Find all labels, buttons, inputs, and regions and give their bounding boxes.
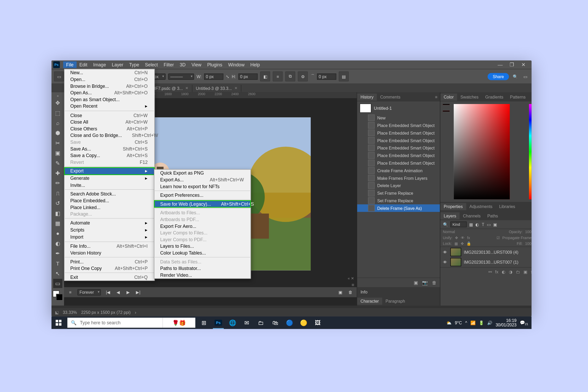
zoom-value[interactable]: 33.33% <box>63 310 77 315</box>
history-step[interactable]: Create Frame Animation <box>357 167 440 174</box>
export-menu-item-10[interactable]: Export For Aero... <box>154 223 251 229</box>
camera-icon[interactable]: 📷 <box>422 280 428 285</box>
lasso-tool[interactable]: ⌕ <box>53 118 62 127</box>
history-tab[interactable]: History <box>357 93 377 100</box>
file-menu-item-25[interactable]: Automate▸ <box>65 220 154 227</box>
link-wh-icon[interactable]: ⤡ <box>226 74 229 79</box>
clone-tool[interactable]: ⎍ <box>53 188 62 198</box>
menu-plugins[interactable]: Plugins <box>204 61 225 68</box>
foreground-swatch[interactable] <box>443 104 450 105</box>
crop-tool[interactable]: ✂ <box>53 138 62 147</box>
file-menu-item-30[interactable]: Version History <box>65 250 154 256</box>
trash-icon[interactable]: 🗑 <box>432 280 437 285</box>
move-tool[interactable]: ✥ <box>53 98 62 107</box>
dodge-tool[interactable]: ◐ <box>53 239 62 248</box>
stroke-style[interactable]: ——— <box>168 73 194 79</box>
file-menu-item-32[interactable]: Print...Ctrl+P <box>65 258 154 265</box>
link-layers-icon[interactable]: ⚯ <box>488 269 492 274</box>
menu-3d[interactable]: 3D <box>177 61 189 68</box>
radius-field[interactable]: 0 px <box>317 73 336 79</box>
first-frame-icon[interactable]: |◀ <box>105 290 111 295</box>
close-tab-icon[interactable]: ✕ <box>185 86 189 90</box>
background-swatch[interactable] <box>443 111 450 112</box>
gradients-tab[interactable]: Gradients <box>482 93 507 100</box>
tray-chevron-icon[interactable]: ^ <box>465 320 467 325</box>
task-view-icon[interactable]: ⊞ <box>197 316 211 329</box>
gradient-tool[interactable]: ▦ <box>53 218 62 228</box>
lock-position-icon[interactable]: ✥ <box>461 241 464 246</box>
rectangle-tool[interactable]: ▭ <box>53 279 62 288</box>
file-menu-item-29[interactable]: File Info...Alt+Shift+Ctrl+I <box>65 243 154 250</box>
loop-select[interactable]: Forever <box>77 289 101 295</box>
fg-bg-colors[interactable] <box>53 291 63 301</box>
layers-tab[interactable]: Layers <box>440 212 460 219</box>
eyedropper-tool[interactable]: ✎ <box>53 158 62 168</box>
history-step[interactable]: Delete Frame (Save As) <box>357 204 440 212</box>
tray-wifi-icon[interactable]: 📶 <box>470 320 475 325</box>
export-menu-item-4[interactable]: Export Preferences... <box>154 192 251 199</box>
brush-tool[interactable]: ✏ <box>53 178 62 188</box>
visibility-icon[interactable]: 👁 <box>443 260 448 264</box>
start-button[interactable] <box>51 316 66 329</box>
delete-frame-icon[interactable]: 🗑 <box>348 290 353 295</box>
unify-visibility-icon[interactable]: 👁 <box>461 236 464 240</box>
play-icon[interactable]: ▶ <box>125 290 131 295</box>
menu-file[interactable]: File <box>63 61 77 68</box>
history-step[interactable]: Set Frame Replace <box>357 189 440 197</box>
notification-icon[interactable]: 💬21 <box>520 320 528 325</box>
menu-help[interactable]: Help <box>247 61 263 68</box>
history-step[interactable]: Place Embedded Smart Object <box>357 159 440 167</box>
file-menu-item-27[interactable]: Import▸ <box>65 234 154 241</box>
history-step[interactable]: Place Embedded Smart Object <box>357 144 440 152</box>
export-menu-item-13[interactable]: Layers to Files... <box>154 243 251 250</box>
blend-mode-select[interactable]: Normal <box>443 230 468 234</box>
unify-position-icon[interactable]: ✥ <box>455 236 458 240</box>
window-close-icon[interactable]: ✕ <box>521 62 526 67</box>
fx-icon[interactable]: fx <box>495 269 498 274</box>
history-step[interactable]: Set Frame Replace <box>357 197 440 204</box>
marquee-tool[interactable]: ⬚ <box>53 108 62 117</box>
panel-menu-icon[interactable]: ≡ <box>529 212 532 219</box>
layer-item-1[interactable]: 👁 IMG20230130...URST007 (1) <box>440 257 532 267</box>
file-menu-item-33[interactable]: Print One CopyAlt+Shift+Ctrl+P <box>65 265 154 272</box>
width-field[interactable]: 0 px <box>204 73 223 79</box>
color-picker-field[interactable] <box>454 104 510 199</box>
export-menu-item-2[interactable]: Learn how to export for NFTs <box>154 183 251 190</box>
object-select-tool[interactable]: ⬢ <box>53 128 62 137</box>
file-menu-item-5[interactable]: Open Recent▸ <box>65 103 154 110</box>
close-tab-icon[interactable]: ✕ <box>234 86 238 90</box>
filter-kind-select[interactable]: Kind <box>450 222 466 227</box>
file-menu-item-3[interactable]: Open As...Alt+Shift+Ctrl+O <box>65 89 154 96</box>
menu-edit[interactable]: Edit <box>77 61 90 68</box>
file-menu-item-26[interactable]: Scripts▸ <box>65 227 154 234</box>
path-op-icon[interactable]: ◧ <box>260 71 270 81</box>
channels-tab[interactable]: Channels <box>460 212 484 219</box>
new-frame-icon[interactable]: ▣ <box>337 290 343 295</box>
file-menu-item-12[interactable]: Save As...Shift+Ctrl+S <box>65 145 154 152</box>
export-menu-item-18[interactable]: Render Video... <box>154 272 251 279</box>
file-menu-item-1[interactable]: Open...Ctrl+O <box>65 76 154 83</box>
share-button[interactable]: Share <box>488 73 509 80</box>
menu-filter[interactable]: Filter <box>161 61 177 68</box>
export-menu-item-1[interactable]: Export As...Alt+Shift+Ctrl+W <box>154 176 251 183</box>
panel-menu-icon[interactable]: ≡ <box>529 93 532 100</box>
history-step[interactable]: New <box>357 114 440 122</box>
adjustments-tab[interactable]: Adjustments <box>466 203 496 210</box>
tray-battery-icon[interactable]: 🔋 <box>479 320 484 325</box>
eraser-tool[interactable]: ◧ <box>53 209 62 218</box>
taskbar-search[interactable]: 🔍 Type here to search <box>67 318 163 328</box>
taskbar-edge[interactable]: 🌐 <box>226 316 240 329</box>
history-snapshot-thumb[interactable] <box>360 103 371 113</box>
arrange-icon[interactable]: ⧉ <box>285 71 295 81</box>
new-snapshot-icon[interactable]: ▣ <box>414 280 418 285</box>
tool-preset-icon[interactable]: ▭ <box>54 71 64 81</box>
search-icon[interactable]: 🔍 <box>511 74 519 79</box>
taskbar-explorer[interactable]: 🗀 <box>254 316 268 329</box>
layer-item-0[interactable]: 👁 IMG20230130...URST009 (4) <box>440 247 532 257</box>
align-edges-icon[interactable]: ▤ <box>339 71 349 81</box>
file-menu-item-18[interactable]: Invite... <box>65 182 154 189</box>
export-menu-item-0[interactable]: Quick Export as PNG <box>154 170 251 176</box>
taskbar-chrome[interactable]: 🟡 <box>297 316 311 329</box>
prev-frame-icon[interactable]: ◀ <box>115 290 121 295</box>
healing-tool[interactable]: ✚ <box>53 168 62 177</box>
